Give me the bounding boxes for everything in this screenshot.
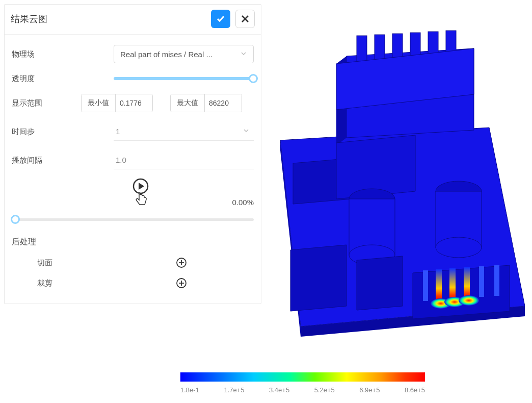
physics-select[interactable]: Real part of mises / Real ... — [114, 45, 254, 63]
physics-row: 物理场 Real part of mises / Real ... — [12, 40, 254, 68]
close-icon — [241, 14, 250, 23]
svg-rect-36 — [464, 267, 470, 299]
opacity-label: 透明度 — [12, 74, 63, 84]
color-legend-bar — [180, 372, 425, 382]
progress-slider[interactable] — [12, 214, 254, 224]
panel-header: 结果云图 — [5, 5, 261, 35]
timestep-select[interactable]: 1 — [114, 122, 254, 141]
legend-tick: 8.6e+5 — [405, 386, 425, 394]
timestep-label: 时间步 — [12, 127, 63, 137]
cursor-icon — [134, 191, 148, 208]
svg-rect-15 — [357, 36, 367, 61]
viewport-3d[interactable] — [270, 20, 525, 347]
progress-text: 0.00% — [232, 198, 254, 207]
model-render — [270, 20, 525, 347]
timestep-value: 1 — [116, 127, 120, 136]
color-legend-ticks: 1.8e-1 1.7e+5 3.4e+5 5.2e+5 6.9e+5 8.6e+… — [180, 386, 425, 394]
svg-point-41 — [459, 295, 479, 306]
range-label: 显示范围 — [12, 98, 63, 108]
physics-value: Real part of mises / Real ... — [120, 50, 212, 59]
svg-rect-16 — [375, 35, 385, 60]
interval-value: 1.0 — [116, 156, 126, 164]
min-input[interactable] — [116, 94, 152, 112]
plus-icon — [176, 257, 187, 268]
results-panel: 结果云图 物理场 Real part of mises / Real ... 透… — [4, 4, 261, 304]
slider-handle[interactable] — [249, 74, 258, 83]
range-group: 最小值 最大值 — [81, 94, 242, 112]
interval-row: 播放间隔 1.0 — [12, 146, 254, 174]
legend-tick: 3.4e+5 — [269, 386, 289, 394]
svg-rect-34 — [436, 269, 442, 301]
svg-rect-35 — [449, 268, 456, 300]
svg-marker-30 — [290, 245, 347, 311]
min-input-group: 最小值 — [81, 94, 153, 112]
panel-title: 结果云图 — [11, 13, 211, 25]
panel-body: 物理场 Real part of mises / Real ... 透明度 显示… — [5, 35, 261, 304]
legend-tick: 5.2e+5 — [314, 386, 335, 394]
svg-rect-17 — [392, 34, 403, 59]
max-input[interactable] — [205, 94, 242, 112]
progress-track — [12, 218, 254, 221]
svg-rect-37 — [479, 266, 484, 297]
svg-rect-33 — [423, 270, 428, 301]
postprocess-title: 后处理 — [12, 237, 254, 247]
chevron-down-icon — [240, 50, 247, 59]
interval-input[interactable]: 1.0 — [114, 151, 254, 169]
timestep-row: 时间步 1 — [12, 117, 254, 146]
interval-label: 播放间隔 — [12, 156, 63, 165]
add-slice-button[interactable] — [175, 257, 188, 269]
opacity-slider[interactable] — [114, 73, 254, 84]
slider-track — [114, 77, 254, 80]
confirm-button[interactable] — [211, 10, 230, 28]
min-label: 最小值 — [82, 94, 116, 112]
max-input-group: 最大值 — [170, 94, 242, 112]
range-row: 显示范围 最小值 最大值 — [12, 89, 254, 117]
svg-rect-38 — [494, 265, 499, 296]
slice-row: 切面 — [12, 253, 254, 273]
svg-marker-31 — [357, 256, 403, 310]
opacity-row: 透明度 — [12, 68, 254, 89]
slice-label: 切面 — [37, 258, 175, 268]
add-clip-button[interactable] — [175, 277, 188, 289]
physics-label: 物理场 — [12, 49, 63, 59]
check-icon — [216, 14, 226, 24]
svg-marker-3 — [139, 183, 144, 190]
play-section: 0.00% — [12, 174, 254, 210]
close-button[interactable] — [235, 10, 255, 28]
plus-icon — [176, 278, 187, 289]
clip-row: 裁剪 — [12, 273, 254, 293]
legend-tick: 1.7e+5 — [224, 386, 244, 394]
svg-point-29 — [436, 237, 482, 258]
chevron-down-icon — [243, 127, 250, 136]
legend-tick: 1.8e-1 — [180, 386, 199, 394]
progress-handle[interactable] — [11, 215, 20, 224]
clip-label: 裁剪 — [37, 279, 175, 288]
max-label: 最大值 — [171, 94, 205, 112]
legend-tick: 6.9e+5 — [359, 386, 380, 394]
